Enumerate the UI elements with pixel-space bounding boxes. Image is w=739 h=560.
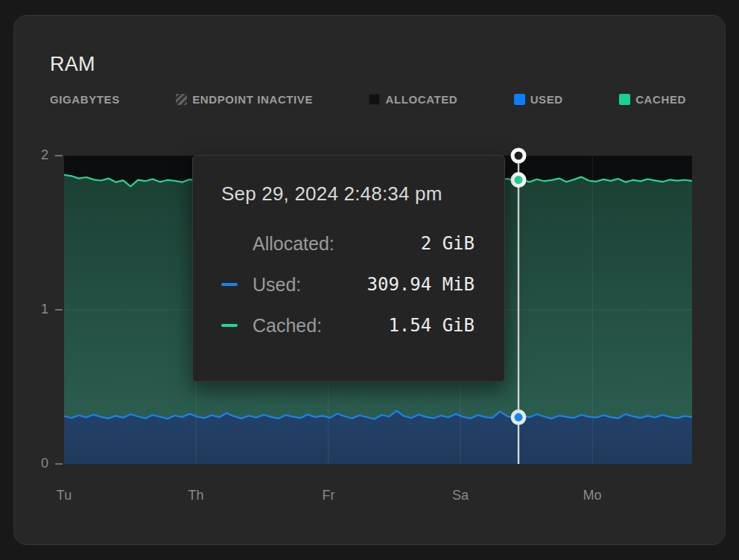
y-tick-label-1: 1 [25, 302, 48, 317]
y-tick-mark-1 [55, 309, 63, 311]
legend-label-used: USED [530, 93, 563, 106]
cached-line-icon [221, 324, 238, 328]
tooltip-value-allocated: 2 GiB [348, 233, 475, 254]
tooltip-label-cached: Cached: [253, 315, 322, 337]
legend-label-endpoint-inactive: ENDPOINT INACTIVE [192, 93, 313, 106]
page-background: RAM GIGABYTES ENDPOINT INACTIVE ALLOCATE… [0, 0, 739, 560]
tooltip-value-cached: 1.54 GiB [335, 315, 475, 336]
tooltip-value-used: 309.94 MiB [314, 274, 475, 295]
tooltip-rows: Allocated: 2 GiB Used: 309.94 MiB Cached… [221, 231, 475, 338]
legend-item-cached[interactable]: CACHED [619, 93, 686, 106]
legend-label-allocated: ALLOCATED [385, 93, 457, 106]
x-tick-label-fr: Fr [323, 488, 335, 503]
x-tick-label-mo: Mo [583, 488, 601, 503]
used-line-icon [221, 283, 238, 287]
allocated-swatch-icon [369, 94, 380, 105]
tooltip-row-used: Used: 309.94 MiB [221, 272, 475, 297]
legend-item-used[interactable]: USED [514, 93, 563, 106]
chart-legend: GIGABYTES ENDPOINT INACTIVE ALLOCATED US… [50, 92, 686, 106]
page-title: RAM [50, 53, 95, 76]
y-axis-unit-label: GIGABYTES [50, 93, 120, 106]
x-tick-label-th: Th [188, 488, 203, 503]
tooltip-row-cached: Cached: 1.54 GiB [221, 313, 475, 338]
legend-item-endpoint-inactive[interactable]: ENDPOINT INACTIVE [176, 93, 313, 106]
legend-item-allocated[interactable]: ALLOCATED [369, 93, 457, 106]
x-tick-label-sa: Sa [452, 488, 469, 503]
y-tick-label-2: 2 [25, 147, 48, 163]
legend-label-cached: CACHED [635, 93, 686, 106]
tooltip-timestamp: Sep 29, 2024 2:48:34 pm [221, 182, 475, 206]
crosshair-marker-allocated [513, 150, 524, 162]
y-tick-label-0: 0 [25, 456, 48, 471]
tooltip-label-used: Used: [253, 274, 301, 296]
endpoint-inactive-swatch-icon [176, 94, 187, 105]
tooltip-row-allocated: Allocated: 2 GiB [221, 231, 475, 256]
ram-chart-card: RAM GIGABYTES ENDPOINT INACTIVE ALLOCATE… [13, 15, 726, 545]
crosshair-marker-used [513, 411, 524, 423]
tooltip-label-allocated: Allocated: [253, 233, 334, 255]
cached-swatch-icon [619, 94, 630, 105]
y-tick-mark-2 [55, 155, 63, 156]
y-tick-mark-0 [55, 463, 63, 465]
used-swatch-icon [514, 94, 525, 105]
x-tick-label-tu: Tu [57, 488, 72, 503]
chart-tooltip: Sep 29, 2024 2:48:34 pm Allocated: 2 GiB… [192, 155, 505, 382]
crosshair-marker-cached [513, 174, 524, 186]
